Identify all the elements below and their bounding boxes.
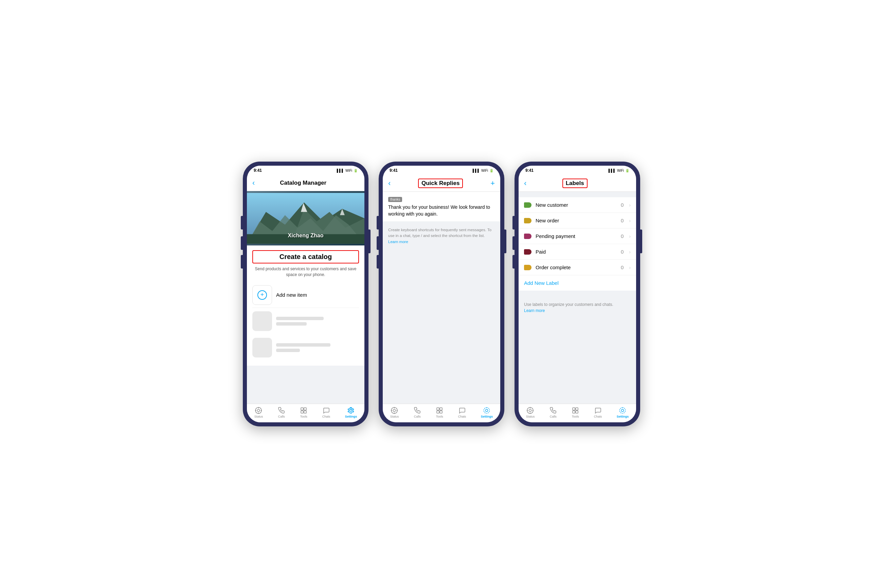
status-bar-2: 9:41 ▌▌▌ WiFi 🔋 [383, 166, 500, 175]
wifi-icon-3: WiFi [617, 169, 624, 172]
skeleton-thumb-1 [252, 311, 272, 331]
add-circle-icon: + [257, 290, 267, 300]
nav-chats-3[interactable]: Chats [594, 407, 602, 418]
learn-more-link-2[interactable]: Learn more [388, 240, 408, 244]
svg-rect-15 [301, 411, 303, 413]
phone3-header-title: Labels [566, 180, 584, 186]
labels-learn-more-link[interactable]: Learn more [524, 308, 545, 313]
status-bar-1: 9:41 ▌▌▌ WiFi 🔋 [247, 166, 364, 175]
label-color-new-customer [524, 202, 532, 208]
add-quick-reply-button[interactable]: + [490, 179, 495, 188]
skeleton-line-2a [276, 343, 330, 346]
nav-calls-label-2: Calls [414, 415, 421, 418]
phone2-header-title: Quick Replies [422, 180, 460, 186]
label-color-new-order [524, 218, 532, 224]
nav-chats-label-3: Chats [594, 415, 602, 418]
battery-icon-2: 🔋 [490, 169, 494, 172]
label-row-new-order[interactable]: New order 0 › [519, 213, 636, 228]
catalog-banner: Xicheng Zhao [247, 191, 364, 246]
nav-tools-label-1: Tools [300, 415, 307, 418]
phone3-bottom-nav: Status Calls Tools Chats Settings [519, 404, 636, 422]
nav-tools-label-2: Tools [436, 415, 443, 418]
back-button-3[interactable]: ‹ [524, 179, 526, 188]
label-name-paid: Paid [536, 249, 617, 255]
nav-status-label-2: Status [390, 415, 399, 418]
create-catalog-title: Create a catalog [279, 253, 332, 260]
nav-tools-1[interactable]: Tools [300, 407, 307, 418]
label-count-new-order: 0 [621, 218, 623, 224]
calls-icon-3 [550, 407, 557, 414]
status-time-2: 9:41 [389, 168, 398, 173]
nav-chats-2[interactable]: Chats [458, 407, 466, 418]
chats-icon-3 [594, 407, 601, 414]
nav-status-3[interactable]: Status [526, 407, 535, 418]
tools-icon-3 [572, 407, 579, 414]
quick-replies-title-box: Quick Replies [418, 178, 463, 188]
nav-calls-3[interactable]: Calls [550, 407, 557, 418]
status-time-1: 9:41 [254, 168, 262, 173]
labels-title-box: Labels [562, 178, 587, 188]
label-row-paid[interactable]: Paid 0 › [519, 244, 636, 260]
label-color-paid [524, 249, 532, 255]
create-catalog-box: Create a catalog [252, 250, 359, 264]
chats-icon-1 [322, 407, 330, 414]
catalog-body: Create a catalog Send products and servi… [247, 246, 364, 366]
nav-tools-2[interactable]: Tools [436, 407, 443, 418]
phones-container: 9:41 ▌▌▌ WiFi 🔋 ‹ Catalog Manager [243, 162, 640, 426]
nav-status-2[interactable]: Status [390, 407, 399, 418]
catalog-subtitle: Send products and services to your custo… [252, 266, 359, 278]
svg-rect-38 [576, 411, 578, 413]
signal-icon-2: ▌▌▌ [473, 169, 480, 172]
skeleton-lines-2 [276, 343, 330, 352]
phone3-content: New customer 0 › New order 0 › Pending p… [519, 192, 636, 404]
nav-status-label-3: Status [526, 415, 535, 418]
label-count-order-complete: 0 [621, 264, 623, 270]
nav-tools-3[interactable]: Tools [572, 407, 579, 418]
back-button-1[interactable]: ‹ [252, 178, 255, 188]
battery-icon-3: 🔋 [625, 169, 629, 172]
nav-chats-1[interactable]: Chats [322, 407, 330, 418]
skeleton-line-1a [276, 317, 324, 320]
nav-settings-3[interactable]: Settings [617, 407, 629, 418]
calls-icon-2 [414, 407, 421, 414]
nav-status-1[interactable]: Status [254, 407, 263, 418]
calls-icon [278, 407, 285, 414]
label-color-pending-payment [524, 234, 532, 239]
skeleton-lines-1 [276, 317, 324, 326]
nav-settings-label-2: Settings [481, 415, 493, 418]
nav-settings-2[interactable]: Settings [481, 407, 493, 418]
skeleton-row-1 [252, 308, 359, 334]
phone2-bottom-nav: Status Calls Tools Chats Settings [383, 404, 500, 422]
status-icons-3: ▌▌▌ WiFi 🔋 [608, 169, 629, 172]
nav-calls-1[interactable]: Calls [278, 407, 285, 418]
phone3-screen: 9:41 ▌▌▌ WiFi 🔋 ‹ Labels [519, 166, 636, 422]
label-name-new-customer: New customer [536, 202, 617, 208]
add-item-row[interactable]: + Add new item [252, 282, 359, 308]
hint-text-2: Create keyboard shortcuts for frequently… [388, 228, 491, 238]
status-icons-1: ▌▌▌ WiFi 🔋 [337, 169, 357, 172]
phone1-header: ‹ Catalog Manager [247, 175, 364, 191]
nav-calls-2[interactable]: Calls [414, 407, 421, 418]
svg-rect-16 [304, 411, 306, 413]
label-name-pending-payment: Pending payment [536, 233, 617, 239]
chevron-icon-pending-payment: › [629, 234, 631, 239]
wifi-icon-2: WiFi [481, 169, 488, 172]
add-new-label-button[interactable]: Add New Label [519, 275, 636, 291]
chevron-icon-order-complete: › [629, 265, 631, 270]
svg-point-19 [393, 410, 396, 412]
label-row-new-customer[interactable]: New customer 0 › [519, 197, 636, 213]
label-row-pending-payment[interactable]: Pending payment 0 › [519, 228, 636, 244]
tools-icon [300, 407, 307, 414]
svg-rect-24 [437, 408, 439, 410]
label-row-order-complete[interactable]: Order complete 0 › [519, 260, 636, 275]
svg-point-28 [486, 410, 488, 412]
svg-point-30 [529, 410, 532, 412]
nav-chats-label-2: Chats [458, 415, 466, 418]
battery-icon: 🔋 [354, 169, 357, 172]
label-count-pending-payment: 0 [621, 233, 623, 239]
back-button-2[interactable]: ‹ [388, 179, 390, 188]
status-time-3: 9:41 [526, 168, 533, 173]
quick-reply-item[interactable]: thanks Thank you for your business! We l… [383, 192, 500, 221]
chevron-icon-new-customer: › [629, 202, 631, 208]
nav-settings-1[interactable]: Settings [345, 407, 357, 418]
